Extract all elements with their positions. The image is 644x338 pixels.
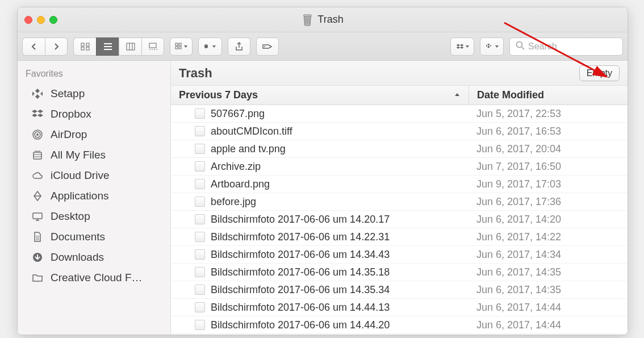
sidebar-item-applications[interactable]: Applications xyxy=(18,186,170,206)
back-button[interactable] xyxy=(22,37,45,56)
window-title: Trash xyxy=(302,14,343,26)
sidebar-item-downloads[interactable]: Downloads xyxy=(18,247,170,268)
finder-window: Trash xyxy=(17,7,628,335)
sidebar-item-label: Dropbox xyxy=(51,108,91,120)
file-row[interactable]: Bildschirmfoto 2017-06-06 um 14.22.31Jun… xyxy=(171,228,628,246)
file-row[interactable]: aboutCMDIcon.tiffJun 6, 2017, 16:53 xyxy=(171,123,628,140)
file-row[interactable]: apple and tv.pngJun 6, 2017, 20:04 xyxy=(171,140,628,158)
applications-icon xyxy=(31,190,44,202)
file-row[interactable]: Bildschirmfoto 2017-06-06 um 14.35.34Jun… xyxy=(171,281,628,299)
column-headers: Previous 7 Days Date Modified xyxy=(171,86,628,105)
file-name: apple and tv.png xyxy=(211,143,286,155)
cloud-icon xyxy=(31,169,44,182)
search-input[interactable] xyxy=(528,41,617,52)
file-row[interactable]: Artboard.pngJun 9, 2017, 17:03 xyxy=(171,176,628,193)
sidebar-item-airdrop[interactable]: AirDrop xyxy=(18,124,170,145)
sidebar-item-dropbox[interactable]: Dropbox xyxy=(18,104,170,124)
main-pane: Trash Empty Previous 7 Days Date Modifie… xyxy=(171,61,628,335)
sidebar-section-favorites: Favorites xyxy=(18,69,170,84)
sidebar-item-allmyfiles[interactable]: All My Files xyxy=(18,145,170,165)
dropbox-toolbar-button[interactable] xyxy=(450,37,474,56)
trash-icon xyxy=(302,14,313,26)
file-date: Jun 6, 2017, 16:53 xyxy=(469,126,628,137)
arrange-button[interactable] xyxy=(170,37,193,56)
sort-chevron-icon xyxy=(454,89,461,101)
minimize-window-button[interactable] xyxy=(37,16,45,24)
sidebar-item-label: Downloads xyxy=(51,251,104,264)
documents-icon xyxy=(31,231,44,243)
dropbox-icon xyxy=(31,108,44,120)
location-title: Trash xyxy=(179,66,212,81)
file-date: Jun 6, 2017, 14:22 xyxy=(469,231,628,243)
file-row[interactable]: Bildschirmfoto 2017-06-06 um 14.20.17Jun… xyxy=(171,211,628,228)
arrange-group xyxy=(170,37,193,56)
sidebar-item-creativecloud[interactable]: Creative Cloud F… xyxy=(18,268,170,288)
file-list[interactable]: 507667.pngJun 5, 2017, 22:53aboutCMDIcon… xyxy=(171,105,628,335)
column-view-button[interactable] xyxy=(119,37,141,56)
sidebar-item-setapp[interactable]: Setapp xyxy=(18,84,170,104)
group-label: Previous 7 Days xyxy=(179,89,258,101)
window-controls xyxy=(24,16,57,24)
svg-rect-10 xyxy=(179,47,181,49)
sidebar-item-documents[interactable]: Documents xyxy=(18,227,170,247)
file-row[interactable]: before.jpgJun 6, 2017, 17:36 xyxy=(171,193,628,211)
action-button[interactable] xyxy=(198,37,222,56)
file-date: Jun 6, 2017, 14:35 xyxy=(469,266,628,278)
sidebar-item-label: Applications xyxy=(51,190,108,202)
file-icon xyxy=(195,161,205,172)
icon-view-button[interactable] xyxy=(73,37,96,56)
sidebar-item-label: iCloud Drive xyxy=(51,169,109,182)
empty-trash-button[interactable]: Empty xyxy=(579,65,620,81)
file-name: 507667.png xyxy=(211,108,265,120)
sidebar-item-label: Creative Cloud F… xyxy=(51,272,143,284)
close-window-button[interactable] xyxy=(24,16,32,24)
sidebar: Favorites Setapp Dropbox AirDrop All My … xyxy=(18,61,171,335)
svg-rect-7 xyxy=(175,43,178,45)
airdrop-icon xyxy=(31,128,44,141)
gallery-view-button[interactable] xyxy=(141,37,164,56)
file-name: Bildschirmfoto 2017-06-06 um 14.35.18 xyxy=(211,266,390,278)
sidebar-item-desktop[interactable]: Desktop xyxy=(18,206,170,227)
file-row[interactable]: Bildschirmfoto 2017-06-06 um 14.34.43Jun… xyxy=(171,246,628,264)
file-icon xyxy=(195,302,205,312)
sidebar-item-icloud[interactable]: iCloud Drive xyxy=(18,165,170,186)
svg-rect-0 xyxy=(303,15,311,16)
file-row[interactable]: Archive.zipJun 7, 2017, 16:50 xyxy=(171,158,628,176)
setapp-toolbar-button[interactable] xyxy=(480,37,504,56)
search-field[interactable] xyxy=(509,37,623,56)
forward-button[interactable] xyxy=(45,37,68,56)
file-date: Jun 9, 2017, 17:03 xyxy=(469,178,628,190)
file-name: Bildschirmfoto 2017-06-06 um 14.22.31 xyxy=(211,231,390,243)
svg-rect-5 xyxy=(127,43,135,50)
file-row[interactable]: Bildschirmfoto 2017-06-06 um 14.44.13Jun… xyxy=(171,299,628,316)
svg-rect-1 xyxy=(81,43,84,46)
file-icon xyxy=(195,285,205,295)
sidebar-item-label: Documents xyxy=(51,231,105,243)
svg-rect-3 xyxy=(81,47,84,50)
file-icon xyxy=(195,267,205,277)
zoom-window-button[interactable] xyxy=(49,16,57,24)
file-row[interactable]: Bildschirmfoto 2017-06-06 um 14.35.18Jun… xyxy=(171,264,628,281)
file-name: Bildschirmfoto 2017-06-06 um 14.20.17 xyxy=(211,214,390,226)
svg-rect-16 xyxy=(34,152,41,159)
column-date-header[interactable]: Date Modified xyxy=(469,86,628,105)
toolbar xyxy=(18,32,628,61)
file-row[interactable]: 507667.pngJun 5, 2017, 22:53 xyxy=(171,105,628,123)
tags-button[interactable] xyxy=(256,37,279,56)
file-row[interactable]: Bildschirmfoto 2017-06-06 um 14.44.20Jun… xyxy=(171,316,628,334)
list-view-button[interactable] xyxy=(96,37,119,56)
file-name: Artboard.png xyxy=(211,178,270,190)
search-icon xyxy=(516,41,525,52)
share-button[interactable] xyxy=(228,37,250,56)
date-label: Date Modified xyxy=(477,89,544,101)
column-name-header[interactable]: Previous 7 Days xyxy=(179,89,469,101)
file-date: Jun 6, 2017, 17:36 xyxy=(469,196,628,208)
file-date: Jun 6, 2017, 14:35 xyxy=(469,284,628,296)
downloads-icon xyxy=(31,251,44,264)
location-header: Trash Empty xyxy=(171,61,628,86)
file-name: Bildschirmfoto 2017-06-06 um 14.44.13 xyxy=(211,302,390,314)
file-icon xyxy=(195,214,205,224)
file-name: before.jpg xyxy=(211,196,256,208)
svg-rect-2 xyxy=(86,43,89,46)
file-date: Jun 6, 2017, 14:44 xyxy=(469,319,628,331)
